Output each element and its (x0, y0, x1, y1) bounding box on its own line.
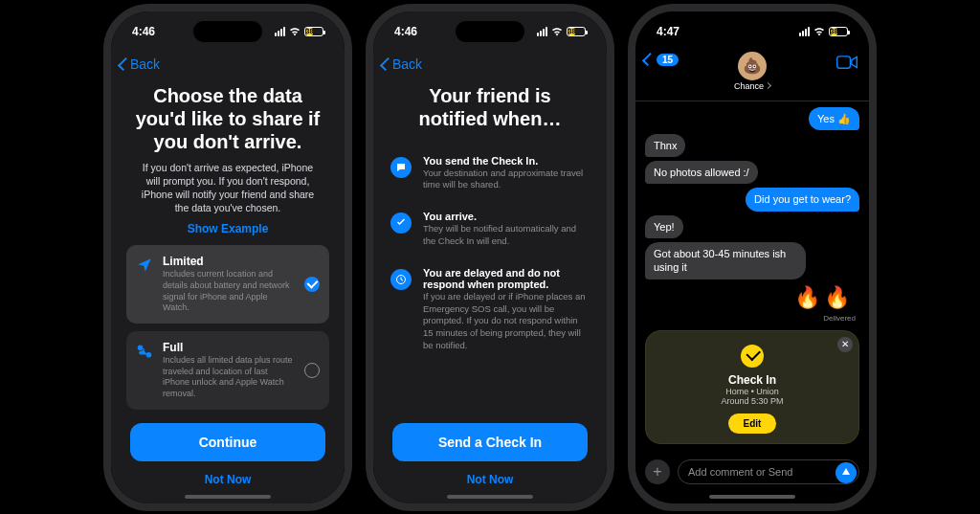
phone-notified-when: 4:46 38 Back Your friend is notified whe… (366, 4, 614, 511)
back-button[interactable]: Back (383, 56, 422, 72)
wifi-icon (551, 27, 563, 36)
wifi-icon (289, 27, 301, 36)
home-indicator[interactable] (185, 495, 271, 499)
info-desc: If you are delayed or if iPhone places a… (423, 291, 590, 352)
clock-icon (390, 269, 412, 290)
status-time: 4:46 (394, 25, 417, 38)
message-list[interactable]: Yes 👍 Thnx No photos allowed :/ Did you … (635, 101, 869, 454)
message-in[interactable]: Thnx (645, 134, 685, 157)
page-title: Choose the data you'd like to share if y… (126, 84, 329, 153)
radio-unchecked-icon (304, 363, 320, 378)
route-icon (136, 343, 153, 360)
continue-button[interactable]: Continue (130, 423, 325, 461)
message-in[interactable]: Got about 30-45 minutes ish using it (645, 242, 806, 279)
unread-badge: 15 (657, 54, 679, 66)
info-desc: They will be notified automatically and … (423, 223, 590, 248)
chevron-right-icon (765, 82, 771, 89)
phone-checkin-data: 4:46 38 Back Choose the data you'd like … (103, 4, 352, 511)
home-indicator[interactable] (447, 495, 533, 499)
edit-button[interactable]: Edit (728, 413, 777, 434)
checkin-shield-icon (741, 345, 764, 368)
battery-icon: 38 (829, 27, 848, 36)
status-time: 4:47 (657, 25, 679, 38)
status-time: 4:46 (132, 25, 155, 38)
location-arrow-icon (136, 257, 153, 274)
svg-point-1 (147, 353, 151, 357)
chat-header: 15 💩 Chance (635, 50, 869, 101)
radio-checked-icon (304, 277, 320, 292)
checkin-destination: Home • Union (657, 387, 847, 396)
info-row-send: You send the Check In. Your destination … (389, 145, 591, 202)
option-desc: Includes current location and details ab… (163, 269, 295, 314)
cellular-icon (537, 27, 547, 36)
back-label: Back (130, 56, 160, 72)
show-example-button[interactable]: Show Example (126, 214, 329, 245)
svg-point-0 (139, 346, 143, 349)
home-indicator[interactable] (709, 495, 795, 499)
back-button[interactable]: Back (121, 56, 160, 72)
attach-button[interactable]: + (645, 459, 670, 484)
delivered-label: Delivered (823, 314, 859, 323)
option-title: Full (163, 341, 295, 354)
avatar[interactable]: 💩 (738, 52, 767, 80)
chevron-left-icon (118, 56, 131, 70)
info-title: You arrive. (423, 211, 590, 222)
message-in[interactable]: No photos allowed :/ (645, 161, 758, 184)
battery-icon: 38 (567, 27, 586, 36)
chevron-left-icon (380, 56, 393, 70)
message-in[interactable]: Yep! (645, 215, 683, 238)
checkin-card[interactable]: ✕ Check In Home • Union Around 5:30 PM E… (645, 330, 859, 444)
message-out[interactable]: Did you get to wear? (746, 188, 859, 211)
chat-icon (390, 157, 412, 178)
message-input[interactable]: Add comment or Send (678, 459, 859, 484)
battery-icon: 38 (304, 27, 323, 36)
facetime-icon[interactable] (836, 56, 858, 69)
placeholder-text: Add comment or Send (688, 466, 792, 478)
back-button[interactable]: 15 (645, 54, 679, 66)
checkin-eta: Around 5:30 PM (657, 396, 847, 406)
close-icon[interactable]: ✕ (837, 337, 853, 352)
svg-rect-3 (837, 56, 851, 67)
cellular-icon (799, 27, 810, 36)
cellular-icon (275, 27, 285, 36)
message-out[interactable]: Yes 👍 (809, 107, 859, 130)
info-row-arrive: You arrive. They will be notified automa… (389, 201, 591, 257)
option-title: Limited (163, 255, 295, 268)
info-row-delayed: You are delayed and do not respond when … (389, 257, 591, 362)
option-limited[interactable]: Limited Includes current location and de… (126, 245, 329, 324)
page-subtitle: If you don't arrive as expected, iPhone … (126, 153, 329, 215)
send-button[interactable] (835, 462, 857, 483)
chevron-left-icon (642, 53, 656, 66)
wifi-icon (813, 27, 825, 36)
option-desc: Includes all limited data plus route tra… (163, 355, 295, 400)
contact-name[interactable]: Chance (734, 81, 770, 91)
info-title: You are delayed and do not respond when … (423, 267, 590, 290)
phone-messages: 4:47 38 15 💩 Chance Yes 👍 Thnx No photos… (628, 4, 877, 511)
checkin-title: Check In (657, 373, 847, 387)
info-title: You send the Check In. (423, 155, 590, 167)
tapback-reaction[interactable]: 🔥🔥 (789, 283, 859, 310)
back-label: Back (392, 56, 422, 72)
check-icon (390, 212, 412, 234)
option-full[interactable]: Full Includes all limited data plus rout… (126, 331, 329, 410)
info-desc: Your destination and approximate travel … (423, 168, 590, 192)
dynamic-island (718, 21, 787, 42)
page-title: Your friend is notified when… (389, 84, 591, 130)
dynamic-island (456, 21, 524, 42)
dynamic-island (193, 21, 262, 42)
send-checkin-button[interactable]: Send a Check In (392, 423, 588, 461)
